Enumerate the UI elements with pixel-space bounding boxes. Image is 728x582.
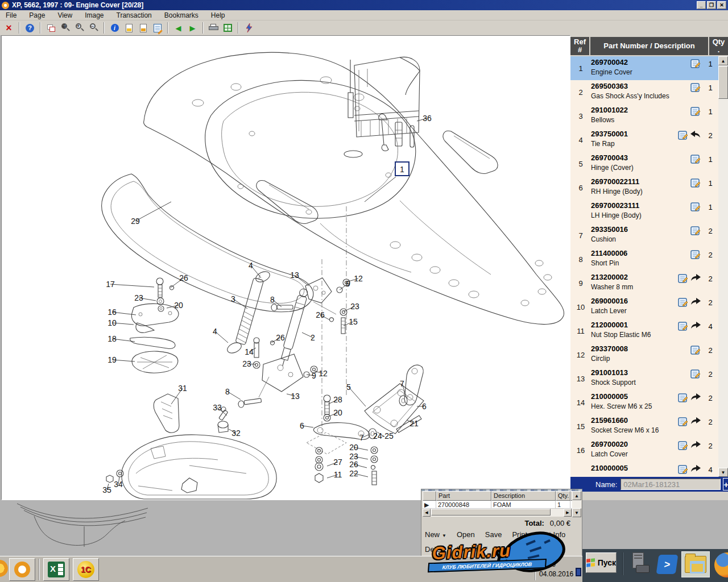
part-row[interactable]: 12293370008Circlip2 [570, 343, 718, 367]
part-row[interactable]: 269700023111LH Hinge (Body)1 [570, 199, 718, 223]
forward-arrow-icon[interactable] [690, 297, 701, 308]
grid-icon[interactable] [221, 22, 234, 34]
part-row[interactable]: 5269700043Hinge (Cover)1 [570, 152, 718, 176]
note-edit-icon[interactable] [151, 22, 164, 34]
toolbox-icon[interactable] [630, 552, 651, 575]
copy-pages-icon[interactable] [44, 22, 57, 34]
part-row[interactable]: 8211400006Short Pin2 [570, 247, 718, 271]
part-row[interactable]: 2269500363Gas Shock Ass'y Includes 2 - 4… [570, 80, 718, 104]
close-x-icon[interactable]: × [2, 22, 15, 34]
firefox-icon[interactable] [714, 552, 728, 577]
note-edit-icon[interactable] [690, 106, 701, 119]
part-row[interactable]: 14210000005Hex. Screw M6 x 252 [570, 390, 718, 414]
scroll-down-icon[interactable]: ▼ [572, 508, 581, 517]
note-edit-icon[interactable] [690, 154, 701, 167]
note-edit-icon[interactable] [690, 226, 701, 238]
part-row[interactable]: 11212000001Nut Stop Elastic M64 [570, 319, 718, 343]
menu-file[interactable]: File [6, 11, 16, 19]
note-edit-icon[interactable] [690, 345, 701, 357]
close-button[interactable]: ✕ [717, 1, 726, 9]
display-tray-icon[interactable] [576, 568, 581, 576]
note-edit-icon[interactable] [677, 130, 689, 143]
zoom-select-icon[interactable]: ⊕ [59, 22, 72, 34]
forward-arrow-icon[interactable] [690, 440, 701, 451]
powershell-icon[interactable]: > [656, 555, 679, 574]
open-button[interactable]: Open [457, 530, 475, 539]
note-edit-icon[interactable] [690, 250, 701, 262]
zoom-in-icon[interactable]: + [73, 22, 86, 34]
part-row[interactable]: 4293750001Tie Rap2 [570, 128, 718, 152]
submit-button[interactable]: Submit [495, 545, 518, 554]
prev-page-icon[interactable]: ◀ [172, 22, 185, 34]
note-edit-icon[interactable] [677, 440, 689, 453]
note-edit-icon[interactable] [690, 369, 701, 381]
note-edit-icon[interactable] [690, 82, 701, 95]
order-hscrollbar[interactable]: ◀ ▶ [423, 509, 572, 517]
menu-image[interactable]: Image [85, 11, 104, 19]
taskbar-app-excel[interactable] [43, 558, 69, 581]
part-info-button[interactable]: Part Info [537, 530, 565, 539]
scroll-up-icon[interactable]: ▲ [718, 56, 728, 65]
menu-bookmarks[interactable]: Bookmarks [164, 11, 198, 19]
restore-button[interactable]: ❐ [707, 1, 716, 9]
menu-view[interactable]: View [57, 11, 72, 19]
menu-page[interactable]: Page [29, 11, 45, 19]
minimize-button[interactable]: _ [697, 1, 706, 9]
hscroll-thumb[interactable] [431, 509, 551, 516]
taskbar-app-parts-catalog[interactable] [9, 558, 35, 581]
save-button[interactable]: Save [485, 530, 502, 539]
new-button[interactable]: New▼ [425, 530, 446, 539]
scroll-left-icon[interactable]: ◀ [423, 509, 431, 517]
parts-scrollbar[interactable]: ▲ ▼ [718, 56, 728, 477]
part-row[interactable]: 15215961660Socket Screw M6 x 162 [570, 414, 718, 438]
forward-arrow-icon[interactable] [690, 417, 701, 427]
info-icon[interactable]: i [108, 22, 121, 34]
note-edit-icon[interactable] [677, 273, 689, 286]
export-button[interactable]: Export▼ [457, 545, 485, 554]
help-icon[interactable]: ? [23, 22, 36, 34]
doc-import-icon[interactable] [136, 22, 150, 34]
scroll-right-icon[interactable]: ▶ [564, 509, 572, 517]
zoom-out-icon[interactable]: − [87, 22, 100, 34]
menu-help[interactable]: Help [211, 11, 225, 19]
scroll-up-icon[interactable]: ▲ [572, 491, 581, 500]
taskbar-app-1c[interactable]: 1С [73, 558, 99, 581]
doc-export-icon[interactable] [122, 22, 135, 34]
part-row[interactable]: 2100000054 [570, 462, 718, 477]
diagram-canvas[interactable]: 3629172623201610181943138129232615242614… [1, 35, 570, 500]
forward-arrow-icon[interactable] [690, 393, 701, 404]
folder-icon[interactable] [681, 551, 710, 577]
part-row[interactable]: 16269700020Latch Cover2 [570, 438, 718, 462]
note-edit-icon[interactable] [677, 297, 689, 310]
part-row[interactable]: 9213200002Washer 8 mm2 [570, 271, 718, 295]
add-button[interactable]: + [723, 478, 728, 490]
part-row[interactable]: 6269700022111RH Hinge (Body)1 [570, 176, 718, 199]
name-input[interactable] [621, 479, 721, 490]
forward-arrow-icon[interactable] [690, 321, 701, 332]
next-page-icon[interactable]: ▶ [186, 22, 199, 34]
note-edit-icon[interactable] [677, 321, 689, 334]
note-edit-icon[interactable] [677, 464, 689, 477]
delete-button[interactable]: Delete [425, 545, 446, 554]
scroll-down-icon[interactable]: ▼ [718, 468, 728, 477]
start-button[interactable]: Пуск [586, 552, 617, 573]
note-edit-icon[interactable] [690, 202, 701, 214]
note-edit-icon[interactable] [690, 178, 701, 190]
forward-arrow-icon[interactable] [690, 273, 701, 284]
part-row[interactable]: 13291001013Shock Support2 [570, 367, 718, 390]
part-row[interactable]: 7293350016Cushion2 [570, 223, 718, 247]
print-button[interactable]: Print [512, 530, 527, 539]
note-edit-icon[interactable] [677, 393, 689, 405]
back-arrow-icon[interactable] [690, 130, 701, 141]
forward-arrow-icon[interactable] [690, 464, 701, 475]
note-edit-icon[interactable] [690, 59, 701, 71]
flash-icon[interactable] [242, 22, 255, 34]
order-vscrollbar[interactable]: ▲ ▼ [572, 491, 581, 517]
part-row[interactable]: 3291001022Bellows1 [570, 104, 718, 128]
scroll-thumb[interactable] [718, 66, 728, 99]
print-icon[interactable] [207, 22, 220, 34]
note-edit-icon[interactable] [677, 417, 689, 429]
part-row[interactable]: 1269700042Engine Cover1 [570, 56, 718, 80]
menu-transaction[interactable]: Transaction [117, 11, 152, 19]
part-row[interactable]: 10269000016Latch Lever2 [570, 295, 718, 319]
